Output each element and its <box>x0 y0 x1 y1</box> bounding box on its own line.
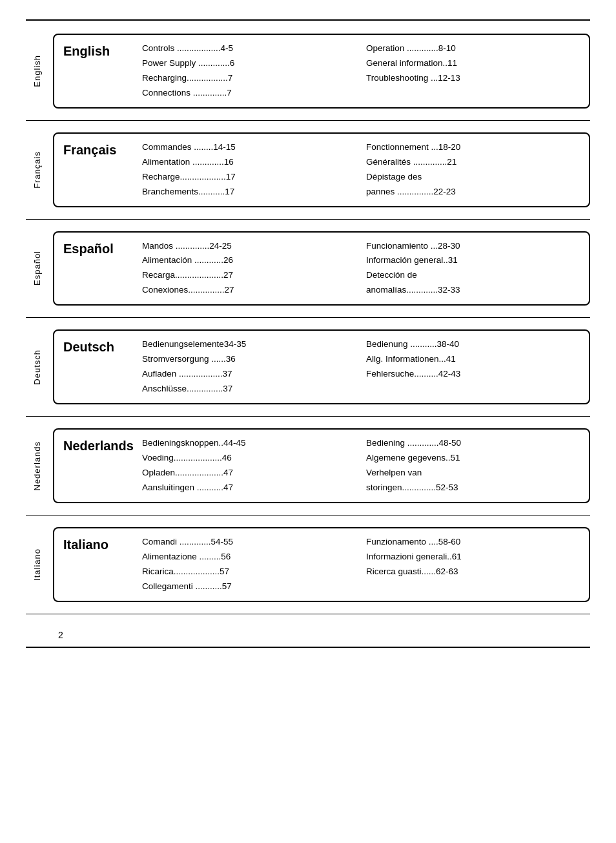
toc-col2-nederlands: Bediening .............48-50Algemene geg… <box>366 436 580 495</box>
toc-entry: Connections ..............7 <box>142 86 356 101</box>
toc-entry: Bediening .............48-50 <box>366 436 580 451</box>
sections-container: EnglishEnglishControls .................… <box>26 34 590 614</box>
toc-col1-deutsch: Bedienungselemente34-35Stromversorgung .… <box>142 337 356 397</box>
top-rule <box>26 19 590 21</box>
toc-entry: Detección de <box>366 268 580 283</box>
toc-entry: Fonctionnement ...18-20 <box>366 140 580 155</box>
toc-entry: Power Supply .............6 <box>142 56 356 71</box>
toc-col1-italiano: Comandi .............54-55Alimentazione … <box>142 535 356 594</box>
section-box-francais: FrançaisCommandes ........14-15Alimentat… <box>53 132 590 207</box>
toc-col2-francais: Fonctionnement ...18-20Généralités .....… <box>366 140 580 200</box>
side-label-container-deutsch: Deutsch <box>26 329 48 404</box>
toc-entry: Voeding....................46 <box>142 451 356 466</box>
toc-entry: Aansluitingen ...........47 <box>142 481 356 495</box>
side-label-container-nederlands: Nederlands <box>26 428 48 503</box>
toc-entry: Funzionamento ....58-60 <box>366 535 580 550</box>
section-francais: FrançaisFrançaisCommandes ........14-15A… <box>26 132 590 220</box>
toc-entry: Généralités ..............21 <box>366 155 580 170</box>
side-label-italiano: Italiano <box>32 548 42 581</box>
bottom-rule <box>26 647 590 648</box>
section-box-espanol: EspañolMandos ..............24-25Aliment… <box>53 231 590 306</box>
language-title-nederlands: Nederlands <box>63 436 134 495</box>
section-box-english: EnglishControls ..................4-5Pow… <box>53 34 590 109</box>
toc-entry: Ricerca guasti......62-63 <box>366 565 580 579</box>
toc-entry: Recarga....................27 <box>142 268 356 283</box>
toc-entry: Recharging.................7 <box>142 71 356 86</box>
section-box-italiano: ItalianoComandi .............54-55Alimen… <box>53 527 590 602</box>
side-label-container-francais: Français <box>26 132 48 207</box>
toc-entry: Alimentación ............26 <box>142 253 356 268</box>
toc-entry: Comandi .............54-55 <box>142 535 356 550</box>
side-label-deutsch: Deutsch <box>32 349 42 385</box>
toc-entry: storingen..............52-53 <box>366 481 580 495</box>
section-box-nederlands: NederlandsBedieningsknoppen..44-45Voedin… <box>53 428 590 503</box>
toc-entry: Información general..31 <box>366 253 580 268</box>
section-box-deutsch: DeutschBedienungselemente34-35Stromverso… <box>53 329 590 404</box>
language-title-espanol: Español <box>63 239 134 298</box>
section-espanol: EspañolEspañolMandos ..............24-25… <box>26 231 590 318</box>
language-title-francais: Français <box>63 140 134 200</box>
language-title-deutsch: Deutsch <box>63 337 134 397</box>
toc-entry: Controls ..................4-5 <box>142 41 356 56</box>
section-italiano: ItalianoItalianoComandi .............54-… <box>26 527 590 614</box>
toc-col1-english: Controls ..................4-5Power Supp… <box>142 41 356 101</box>
toc-entry: Aufladen ..................37 <box>142 367 356 382</box>
section-english: EnglishEnglishControls .................… <box>26 34 590 121</box>
toc-entry: Branchements...........17 <box>142 185 356 200</box>
toc-entry: Funcionamiento ...28-30 <box>366 239 580 254</box>
section-nederlands: NederlandsNederlandsBedieningsknoppen..4… <box>26 428 590 515</box>
side-label-container-english: English <box>26 34 48 109</box>
toc-entry: Commandes ........14-15 <box>142 140 356 155</box>
toc-entry: Conexiones...............27 <box>142 283 356 298</box>
toc-entry: Mandos ..............24-25 <box>142 239 356 254</box>
toc-entry: Verhelpen van <box>366 466 580 481</box>
toc-entry: Alimentation .............16 <box>142 155 356 170</box>
toc-entry: Algemene gegevens..51 <box>366 451 580 466</box>
toc-columns-francais: Commandes ........14-15Alimentation ....… <box>142 140 580 200</box>
toc-entry: Bedienung ...........38-40 <box>366 337 580 352</box>
toc-entry: General information..11 <box>366 56 580 71</box>
toc-columns-espanol: Mandos ..............24-25Alimentación .… <box>142 239 580 298</box>
toc-col2-english: Operation .............8-10General infor… <box>366 41 580 101</box>
side-label-francais: Français <box>32 151 42 189</box>
toc-entry: Bedienungselemente34-35 <box>142 337 356 352</box>
toc-entry: Operation .............8-10 <box>366 41 580 56</box>
toc-entry: Stromversorgung ......36 <box>142 352 356 367</box>
toc-columns-italiano: Comandi .............54-55Alimentazione … <box>142 535 580 594</box>
bottom-section: 2 <box>26 626 590 640</box>
side-label-container-italiano: Italiano <box>26 527 48 602</box>
toc-entry: pannes ...............22-23 <box>366 185 580 200</box>
toc-entry: Alimentazione .........56 <box>142 550 356 565</box>
section-deutsch: DeutschDeutschBedienungselemente34-35Str… <box>26 329 590 417</box>
toc-entry: Informazioni generali..61 <box>366 550 580 565</box>
toc-col1-espanol: Mandos ..............24-25Alimentación .… <box>142 239 356 298</box>
language-title-italiano: Italiano <box>63 535 134 594</box>
toc-col1-nederlands: Bedieningsknoppen..44-45Voeding.........… <box>142 436 356 495</box>
toc-entry: Opladen....................47 <box>142 466 356 481</box>
toc-entry: Fehlersuche..........42-43 <box>366 367 580 382</box>
toc-entry: Dépistage des <box>366 170 580 185</box>
toc-entry: Bedieningsknoppen..44-45 <box>142 436 356 451</box>
language-title-english: English <box>63 41 134 101</box>
side-label-espanol: Español <box>32 251 42 286</box>
toc-entry: Allg. Informationen...41 <box>366 352 580 367</box>
toc-columns-english: Controls ..................4-5Power Supp… <box>142 41 580 101</box>
toc-columns-deutsch: Bedienungselemente34-35Stromversorgung .… <box>142 337 580 397</box>
side-label-english: English <box>32 55 42 87</box>
toc-col2-espanol: Funcionamiento ...28-30Información gener… <box>366 239 580 298</box>
toc-col2-deutsch: Bedienung ...........38-40Allg. Informat… <box>366 337 580 397</box>
toc-entry: anomalías.............32-33 <box>366 283 580 298</box>
page-number: 2 <box>58 630 63 640</box>
side-label-nederlands: Nederlands <box>32 441 42 491</box>
toc-columns-nederlands: Bedieningsknoppen..44-45Voeding.........… <box>142 436 580 495</box>
side-label-container-espanol: Español <box>26 231 48 306</box>
toc-entry: Anschlüsse...............37 <box>142 382 356 397</box>
toc-entry: Ricarica...................57 <box>142 565 356 579</box>
toc-col1-francais: Commandes ........14-15Alimentation ....… <box>142 140 356 200</box>
toc-entry: Collegamenti ...........57 <box>142 579 356 594</box>
toc-col2-italiano: Funzionamento ....58-60Informazioni gene… <box>366 535 580 594</box>
toc-entry: Troubleshooting ...12-13 <box>366 71 580 86</box>
toc-entry: Recharge...................17 <box>142 170 356 185</box>
